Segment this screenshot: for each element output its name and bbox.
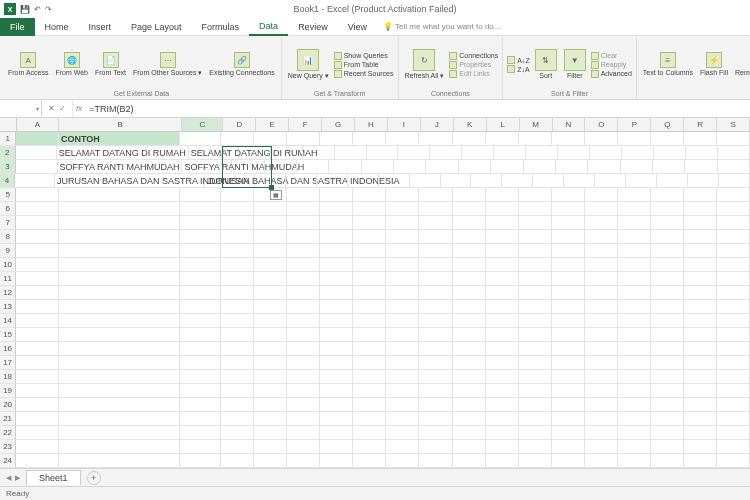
cell[interactable] — [552, 188, 585, 202]
sort-za-button[interactable]: Z↓A — [507, 65, 529, 73]
cell[interactable] — [386, 328, 419, 342]
column-header[interactable]: J — [421, 118, 454, 131]
cell[interactable] — [287, 454, 320, 468]
remove-duplicates-button[interactable]: ⧉Remove Duplicates — [733, 40, 750, 89]
row-header[interactable]: 20 — [0, 398, 16, 412]
cell[interactable] — [486, 286, 519, 300]
cell[interactable] — [618, 384, 651, 398]
cell[interactable] — [486, 300, 519, 314]
cell[interactable] — [717, 244, 750, 258]
cell[interactable] — [59, 398, 180, 412]
cell[interactable] — [287, 412, 320, 426]
save-icon[interactable]: 💾 — [20, 5, 30, 14]
cell[interactable] — [486, 314, 519, 328]
cell[interactable] — [585, 370, 618, 384]
cell[interactable] — [386, 230, 419, 244]
cell[interactable] — [651, 398, 684, 412]
row-header[interactable]: 12 — [0, 286, 16, 300]
cell[interactable] — [684, 202, 717, 216]
cell[interactable] — [320, 398, 353, 412]
cell[interactable] — [552, 258, 585, 272]
cell[interactable] — [320, 426, 353, 440]
column-header[interactable]: A — [17, 118, 60, 131]
cell[interactable] — [59, 272, 180, 286]
cell[interactable] — [353, 440, 386, 454]
cell[interactable] — [255, 174, 286, 188]
recent-sources-button[interactable]: Recent Sources — [334, 70, 394, 78]
cell[interactable] — [232, 160, 264, 174]
cell[interactable] — [524, 160, 556, 174]
cell[interactable] — [491, 160, 523, 174]
cell[interactable] — [618, 272, 651, 286]
cell[interactable] — [419, 230, 452, 244]
cell[interactable] — [221, 384, 254, 398]
cell[interactable] — [15, 174, 55, 188]
cell[interactable] — [419, 328, 452, 342]
cell[interactable] — [254, 286, 287, 300]
cell[interactable] — [419, 426, 452, 440]
cell[interactable] — [684, 272, 717, 286]
cell[interactable] — [353, 384, 386, 398]
autofill-options-icon[interactable]: ▦ — [270, 190, 282, 200]
cell[interactable] — [180, 216, 221, 230]
new-sheet-button[interactable]: + — [87, 471, 101, 485]
enter-icon[interactable]: ✓ — [59, 104, 66, 113]
cell[interactable] — [552, 370, 585, 384]
cell[interactable] — [254, 426, 287, 440]
cell[interactable] — [254, 230, 287, 244]
cell[interactable] — [16, 216, 59, 230]
cell[interactable] — [287, 258, 320, 272]
cell[interactable] — [221, 314, 254, 328]
cell[interactable] — [618, 188, 651, 202]
cell[interactable] — [585, 216, 618, 230]
cell[interactable] — [486, 258, 519, 272]
cell[interactable] — [453, 244, 486, 258]
formula-input[interactable]: =TRIM(B2) — [85, 100, 750, 117]
cell[interactable] — [221, 440, 254, 454]
cell[interactable] — [519, 398, 552, 412]
row-header[interactable]: 11 — [0, 272, 16, 286]
cell[interactable] — [502, 174, 533, 188]
cell[interactable] — [254, 272, 287, 286]
cell[interactable] — [297, 160, 329, 174]
cell[interactable] — [585, 412, 618, 426]
cell[interactable] — [486, 370, 519, 384]
cell[interactable] — [453, 300, 486, 314]
cell[interactable] — [519, 440, 552, 454]
cell[interactable] — [684, 300, 717, 314]
cell[interactable] — [320, 384, 353, 398]
cell[interactable] — [651, 370, 684, 384]
cell[interactable] — [59, 202, 180, 216]
cell[interactable] — [221, 454, 254, 468]
cell[interactable] — [717, 300, 750, 314]
cell[interactable] — [519, 412, 552, 426]
row-header[interactable]: 15 — [0, 328, 16, 342]
cell[interactable] — [651, 412, 684, 426]
cell[interactable] — [585, 342, 618, 356]
cell[interactable] — [287, 370, 320, 384]
cell[interactable] — [59, 244, 180, 258]
cell[interactable] — [618, 216, 651, 230]
cell[interactable] — [16, 426, 59, 440]
sort-button[interactable]: ⇅Sort — [533, 40, 559, 89]
cell[interactable] — [486, 216, 519, 230]
cell[interactable] — [254, 454, 287, 468]
cell[interactable] — [59, 300, 180, 314]
cell[interactable] — [717, 426, 750, 440]
cell[interactable] — [684, 412, 717, 426]
cell[interactable] — [486, 412, 519, 426]
row-header[interactable]: 14 — [0, 314, 16, 328]
cell[interactable] — [486, 440, 519, 454]
cell[interactable] — [320, 454, 353, 468]
cell[interactable] — [519, 356, 552, 370]
cell[interactable] — [717, 314, 750, 328]
cell[interactable] — [320, 314, 353, 328]
cell[interactable] — [353, 202, 386, 216]
cell[interactable] — [16, 132, 59, 146]
cell[interactable] — [353, 286, 386, 300]
cell[interactable] — [59, 426, 180, 440]
cell[interactable] — [585, 454, 618, 468]
cell[interactable] — [419, 356, 452, 370]
cell[interactable] — [585, 258, 618, 272]
cell[interactable] — [552, 342, 585, 356]
